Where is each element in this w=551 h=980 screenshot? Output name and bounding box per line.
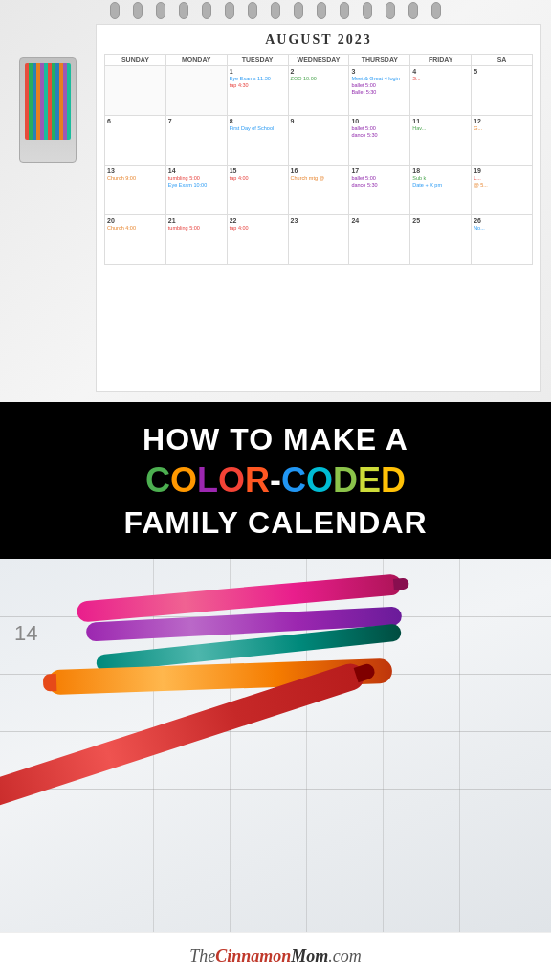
cal-bg-vline (459, 559, 460, 932)
table-row: 24 (349, 215, 410, 265)
cal-header-thu: THURSDAY (349, 55, 410, 66)
cal-bg-line (0, 789, 551, 790)
table-row: 18 Sub k Date + X pm (410, 166, 472, 215)
headline-line1: HOW TO MAKE A (19, 423, 532, 457)
table-row: 2 ZOO 10:00 (289, 66, 350, 116)
spiral-dot (340, 2, 349, 19)
table-row: 9 (289, 116, 350, 166)
table-row: 12 G... (472, 116, 533, 166)
table-row: 8 First Day of School (228, 116, 289, 166)
letter-c1: C (145, 463, 170, 498)
table-row: 5 (472, 66, 533, 116)
letter-l: L (197, 463, 218, 498)
bg-cal-number: 14 (14, 621, 37, 646)
spiral-dot (156, 2, 165, 19)
letter-o1: O (170, 463, 197, 498)
table-row: 16 Church mtg @ (289, 166, 350, 215)
pen-holder (19, 57, 77, 163)
table-row: 10 ballet 5:00 dance 5:30 (349, 116, 410, 166)
table-row: 3 Meet & Great 4 login ballet 5:00 Balle… (349, 66, 410, 116)
table-row: 23 (289, 215, 350, 265)
pens-photo-area: 14 (0, 559, 551, 932)
letter-d1: D (333, 463, 358, 498)
table-row: 22 tap 4:00 (228, 215, 289, 265)
letter-dash: - (270, 460, 281, 501)
spiral-dot (225, 2, 234, 19)
table-row: 20 Church 4:00 (105, 215, 166, 265)
cal-header-fri: FRIDAY (410, 55, 472, 66)
footer: TheCinnamonMom.com (0, 932, 551, 980)
table-row (166, 66, 228, 116)
letter-c2: C (281, 463, 306, 498)
footer-the: The (189, 947, 215, 966)
spiral-dot (202, 2, 211, 19)
letter-e: E (358, 463, 381, 498)
spiral-dot (317, 2, 326, 19)
letter-d2: D (381, 463, 406, 498)
spiral-dot (271, 2, 280, 19)
spiral-dot (179, 2, 188, 19)
letter-o3: O (306, 463, 333, 498)
table-row: 14 tumbling 5:00 Eye Exam 10:00 (166, 166, 228, 215)
calendar-grid: SUNDAY MONDAY TUESDAY WEDNESDAY THURSDAY… (104, 54, 533, 265)
cal-bg-line (0, 731, 551, 732)
spiral-dot (386, 2, 395, 19)
spiral-dot (294, 2, 303, 19)
table-row: 4 S... (410, 66, 472, 116)
table-row: 26 No... (472, 215, 533, 265)
spiral-dot (363, 2, 372, 19)
table-row: 11 Hav... (410, 116, 472, 166)
table-row: 7 (166, 116, 228, 166)
cal-header-sun: SUNDAY (105, 55, 166, 66)
spiral-dot (133, 2, 143, 19)
table-row: 6 (105, 116, 166, 166)
footer-domain: .com (328, 947, 362, 966)
calendar-photo-area: AUGUST 2023 SUNDAY MONDAY TUESDAY WEDNES… (0, 0, 551, 402)
table-row (105, 66, 166, 116)
cal-header-sat: SA (472, 55, 533, 66)
calendar-month-year: AUGUST 2023 (104, 33, 533, 48)
spiral-dot (110, 2, 120, 19)
headline-line3: FAMILY CALENDAR (19, 504, 532, 541)
headline-overlay: HOW TO MAKE A C O L O R - C O D E D FAMI… (0, 402, 551, 559)
cal-header-wed: WEDNESDAY (289, 55, 350, 66)
calendar-grid-area: AUGUST 2023 SUNDAY MONDAY TUESDAY WEDNES… (96, 24, 541, 392)
spiral-binding (110, 0, 441, 19)
page-container: AUGUST 2023 SUNDAY MONDAY TUESDAY WEDNES… (0, 0, 551, 980)
color-coded-word: C O L O R - C O D E D (19, 460, 532, 501)
table-row: 19 L... @ 5... (472, 166, 533, 215)
footer-cinnamon: Cinnamon (215, 947, 291, 966)
cal-header-tue: TUESDAY (228, 55, 289, 66)
footer-mom: Mom (291, 947, 328, 966)
table-row: 13 Church 9:00 (105, 166, 166, 215)
spiral-dot (408, 2, 418, 19)
cal-header-mon: MONDAY (166, 55, 228, 66)
table-row: 15 tap 4:00 (228, 166, 289, 215)
table-row: 17 ballet 5:00 dance 5:30 (349, 166, 410, 215)
table-row: 1 Eye Exams 11:30 tap 4:30 (228, 66, 289, 116)
letter-o2: O (218, 463, 245, 498)
website-url: TheCinnamonMom.com (0, 947, 551, 967)
letter-r: R (245, 463, 270, 498)
spiral-dot (248, 2, 257, 19)
table-row: 21 tumbling 5:00 (166, 215, 228, 265)
table-row: 25 (410, 215, 472, 265)
spiral-dot (431, 2, 441, 19)
